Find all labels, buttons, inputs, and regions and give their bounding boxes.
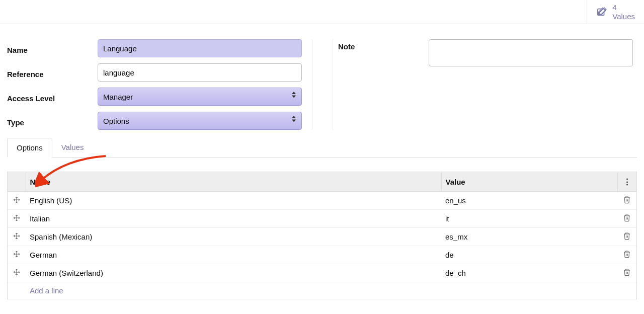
delete-row-button[interactable] bbox=[617, 228, 636, 246]
delete-row-button[interactable] bbox=[617, 264, 636, 282]
cell-value[interactable]: it bbox=[441, 210, 617, 228]
name-input[interactable] bbox=[98, 39, 302, 57]
drag-handle[interactable] bbox=[8, 246, 26, 264]
drag-handle[interactable] bbox=[8, 228, 26, 246]
name-label: Name bbox=[7, 43, 98, 54]
type-select[interactable]: Options bbox=[98, 112, 302, 130]
cell-value[interactable]: en_us bbox=[441, 192, 617, 210]
delete-row-button[interactable] bbox=[617, 246, 636, 264]
th-actions[interactable]: ⋮ bbox=[617, 172, 636, 192]
delete-row-button[interactable] bbox=[617, 192, 636, 210]
th-handle bbox=[8, 172, 26, 192]
type-value: Options bbox=[98, 112, 302, 130]
cell-value[interactable]: de_ch bbox=[441, 264, 617, 282]
access-level-select[interactable]: Manager bbox=[98, 88, 302, 106]
table-row[interactable]: Spanish (Mexican)es_mx bbox=[8, 228, 636, 246]
cell-name[interactable]: Italian bbox=[26, 210, 441, 228]
reference-input[interactable] bbox=[98, 63, 302, 82]
type-label: Type bbox=[7, 115, 98, 127]
table-row[interactable]: German (Switzerland)de_ch bbox=[8, 264, 636, 282]
edit-icon bbox=[596, 7, 607, 18]
delete-row-button[interactable] bbox=[617, 210, 636, 228]
table-row[interactable]: English (US)en_us bbox=[8, 192, 636, 210]
add-line-label: Add a line bbox=[26, 282, 636, 299]
tab-values[interactable]: Values bbox=[52, 138, 93, 157]
form-col-right: Note bbox=[333, 39, 633, 130]
note-label: Note bbox=[338, 39, 429, 51]
cell-name[interactable]: Spanish (Mexican) bbox=[26, 228, 441, 246]
cell-name[interactable]: English (US) bbox=[26, 192, 441, 210]
add-line-row[interactable]: Add a line bbox=[8, 282, 636, 299]
drag-handle[interactable] bbox=[8, 264, 26, 282]
stat-count: 4 bbox=[612, 3, 635, 12]
kebab-icon: ⋮ bbox=[623, 177, 630, 186]
th-name[interactable]: Name bbox=[26, 172, 441, 192]
table-row[interactable]: Italianit bbox=[8, 210, 636, 228]
access-level-label: Access Level bbox=[7, 91, 98, 103]
options-table: Name Value ⋮ English (US)en_usItalianitS… bbox=[7, 172, 637, 299]
form-area: Name Reference Access Level Manager Type… bbox=[0, 24, 644, 135]
cell-name[interactable]: German (Switzerland) bbox=[26, 264, 441, 282]
stat-text: 4 Values bbox=[612, 3, 635, 21]
note-textarea[interactable] bbox=[429, 39, 633, 66]
cell-value[interactable]: es_mx bbox=[441, 228, 617, 246]
topbar: 4 Values bbox=[0, 0, 644, 24]
tab-options[interactable]: Options bbox=[7, 138, 52, 158]
drag-handle[interactable] bbox=[8, 210, 26, 228]
drag-handle[interactable] bbox=[8, 192, 26, 210]
cell-name[interactable]: German bbox=[26, 246, 441, 264]
stat-label: Values bbox=[612, 12, 635, 21]
tabs: Options Values bbox=[7, 135, 637, 158]
table-row[interactable]: Germande bbox=[8, 246, 636, 264]
values-stat-button[interactable]: 4 Values bbox=[587, 0, 644, 24]
access-level-value: Manager bbox=[98, 88, 302, 106]
reference-label: Reference bbox=[7, 67, 98, 78]
form-col-left: Name Reference Access Level Manager Type… bbox=[7, 39, 312, 130]
th-value[interactable]: Value bbox=[441, 172, 617, 192]
cell-value[interactable]: de bbox=[441, 246, 617, 264]
